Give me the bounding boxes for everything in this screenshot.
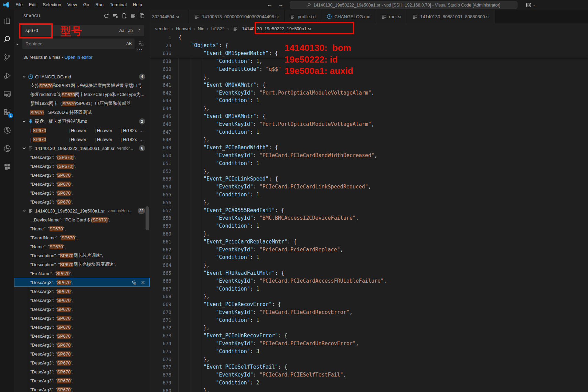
code-line[interactable]: 664 }, [150,261,588,269]
refresh-button[interactable] [104,13,109,19]
tab-root.sr[interactable]: root.sr [376,10,407,23]
code-line[interactable]: 676 }, [150,356,588,363]
breadcrumb-file[interactable]: 14140130_19e50222_19e500a1.sr [232,26,311,31]
breadcrumb-item[interactable]: Nic [198,26,204,31]
code-line[interactable]: 666 "EventKeyId": "PCIeCard.PCIeCardAcce… [150,277,588,285]
search-result-row[interactable]: "DescArg3": "SP670", [14,323,150,331]
code-line[interactable]: 636 "Event_OM1SpeedMatch": { [150,50,588,57]
code-line[interactable]: 659 "Condition": 1 [150,222,588,230]
search-result-row[interactable]: "DescArg3": "SP670", [14,385,150,392]
code-line[interactable]: 670 "EventKeyId": "PCIeCard.PCIeCardReco… [150,308,588,316]
search-result-row[interactable]: 新增182x网卡（SP670/SP681）电压告警和传感器 [14,99,150,108]
code-line[interactable]: 677 "Event_PCIeSelfTestFail": { [150,363,588,371]
search-result-row[interactable]: "Name": "SP670", [14,224,150,233]
code-line[interactable]: 647 "Condition": 1 [150,128,588,136]
code-line[interactable]: 652 }, [150,167,588,175]
code-line[interactable]: 674 "EventKeyId": "PCIeCard.PCIeCardUnRe… [150,340,588,348]
command-center[interactable]: 14140130_19e50222_19e500a1.sr - vpd [SSH… [290,1,517,9]
code-line[interactable]: 662 "EventKeyId": "PcieCard.PcieCardRepl… [150,246,588,254]
breadcrumb-item[interactable]: Huawei [176,26,191,31]
activity-item-commit-search[interactable] [0,139,14,157]
search-result-row[interactable]: "DescArg3": "SP670", [14,296,150,305]
tab-profile.txt[interactable]: profile.txt [285,10,321,23]
forward-icon[interactable]: → [278,2,284,8]
chevron-down-icon[interactable] [21,74,27,79]
code-line[interactable]: 669 "Event_PCIeRecovError": { [150,301,588,308]
code-editor[interactable]: 1{23 "Objects": {636 "Event_OM1SpeedMatc… [150,34,588,392]
search-result-row[interactable]: "Description": "SP670网卡光模块温度调速", [14,260,150,269]
code-line[interactable]: 675 "Condition": 3 [150,348,588,356]
sticky-scroll[interactable]: 1{23 "Objects": {636 "Event_OM1SpeedMatc… [150,34,588,57]
search-result-row[interactable]: | SP670 | Huawei | Huawei | Hi182x … [14,126,150,135]
search-result-row[interactable]: "DescArg3": "SP670", [14,287,150,296]
code-line[interactable]: 639 "LedFaultCode": "q$$" [150,65,588,73]
tab-302044504.sr[interactable]: 302044504.sr [150,10,189,23]
code-line[interactable]: 638 "Condition": 1, [150,57,588,65]
toggle-replace-button[interactable]: ⌄ [15,40,21,45]
search-result-row[interactable]: 修复redifsh查询SP670网卡MaxPCIeType和PCIeType为.… [14,90,150,99]
chevron-down-icon[interactable] [21,119,27,124]
collapse-all-button[interactable] [130,13,136,19]
sidebar-scrollbar[interactable] [146,206,149,230]
code-line[interactable]: 649 "Event_PCIeBandWidth": { [150,144,588,152]
menu-item-selection[interactable]: Selection [40,0,64,10]
code-line[interactable]: 654 "EventKeyId": "PCIeCard.PCIeCardLink… [150,183,588,191]
search-result-row[interactable]: "DescArg3": "SP670", [14,278,150,287]
code-line[interactable]: 661 "Event_PcieCardReplaceMntr": { [150,238,588,246]
search-result-row[interactable]: "DescArg3": "SP670", [14,340,150,349]
code-line[interactable]: 665 "Event_FRUReadFailMntr": { [150,269,588,277]
clear-search-results-button[interactable] [113,13,118,19]
search-file-header[interactable]: 14140130_19e50222_19e500a1.srvendor/Hua.… [14,206,150,215]
search-file-header[interactable]: 硬盘、板卡兼容性说明.md2 [14,117,150,126]
regex-toggle[interactable]: .* [136,27,142,34]
code-line[interactable]: 668 }, [150,293,588,301]
code-lines[interactable]: 638 "Condition": 1,639 "LedFaultCode": "… [150,57,588,392]
search-result-row[interactable]: "BoardName": "SP670", [14,233,150,242]
code-line[interactable]: 653 "Event_PCIeLinkSpeed": { [150,175,588,183]
breadcrumb-item[interactable]: vendor [155,26,169,31]
code-line[interactable]: 645 "Event_OM1VAMntr": { [150,112,588,120]
code-line[interactable]: 680 }, [150,387,588,392]
menu-item-go[interactable]: Go [80,0,92,10]
code-line[interactable]: 673 "Event_PCIeUnRecovError": { [150,332,588,340]
code-line[interactable]: 640 }, [150,73,588,81]
search-result-row[interactable]: "Description": "SP670网卡芯片调速", [14,251,150,260]
code-line[interactable]: 672 }, [150,324,588,332]
activity-item-extensions[interactable]: 1 [0,103,14,121]
titlebar-right[interactable]: ⌄ [526,0,536,10]
search-result-row[interactable]: "DescArg3": "SP670", [14,358,150,367]
code-line[interactable]: 671 "Condition": 1 [150,316,588,324]
activity-item-remote-explorer[interactable] [0,85,14,103]
search-result-row[interactable]: "DescArg3": "SP670", [14,197,150,206]
activity-item-source-control[interactable] [0,48,14,66]
chevron-down-icon[interactable] [21,208,27,214]
menu-item-view[interactable]: View [64,0,80,10]
search-result-row[interactable]: "DescArg3": "SP670", [14,305,150,314]
open-new-search-editor-button[interactable] [121,13,127,19]
dismiss-button[interactable] [140,280,146,285]
search-result-row[interactable]: "DescArg3": "SP670", [14,367,150,376]
code-line[interactable]: 679 "Condition": 2 [150,379,588,387]
view-as-list-button[interactable] [139,13,145,19]
code-line[interactable]: 650 "EventKeyId": "PCIeCard.PCIeCardBand… [150,152,588,160]
activity-item-run-debug[interactable] [0,66,14,85]
search-file-header[interactable]: CHANGELOG.md4 [14,72,150,81]
search-result-row[interactable]: "DescArg3": "SP670", [14,314,150,323]
search-result-row[interactable]: "DescArg3": "SP670", [14,179,150,188]
match-case-toggle[interactable]: Aa [118,27,125,34]
search-result-row[interactable]: SP670、SP226D支持环回测试 [14,108,150,117]
tab-CHANGELOG.md[interactable]: CHANGELOG.md [321,10,376,23]
search-result-row[interactable]: ...DeviceName": "PCIe Card $ (SP670)", [14,215,150,224]
back-icon[interactable]: ← [267,2,272,8]
code-line[interactable]: 663 "Condition": 1 [150,253,588,261]
code-line[interactable]: 643 "Condition": 1 [150,97,588,105]
search-result-row[interactable]: | SP670 | Huawei | Huawei | Hi182x … [14,135,150,144]
tab-14100513_00000001040302044498.sr[interactable]: 14100513_00000001040302044498.sr [189,10,285,23]
search-result-row[interactable]: "FruName": "SP670", [14,269,150,278]
code-line[interactable]: 642 "EventKeyId": "Port.PortOpticalModul… [150,89,588,97]
open-in-editor-link[interactable]: Open in editor [64,55,93,60]
code-line[interactable]: 657 "Event_PCA9555ReadFail": { [150,207,588,215]
code-line[interactable]: 651 "Condition": 1 [150,160,588,167]
code-line[interactable]: 660 }, [150,230,588,238]
menu-item-file[interactable]: File [12,0,26,10]
